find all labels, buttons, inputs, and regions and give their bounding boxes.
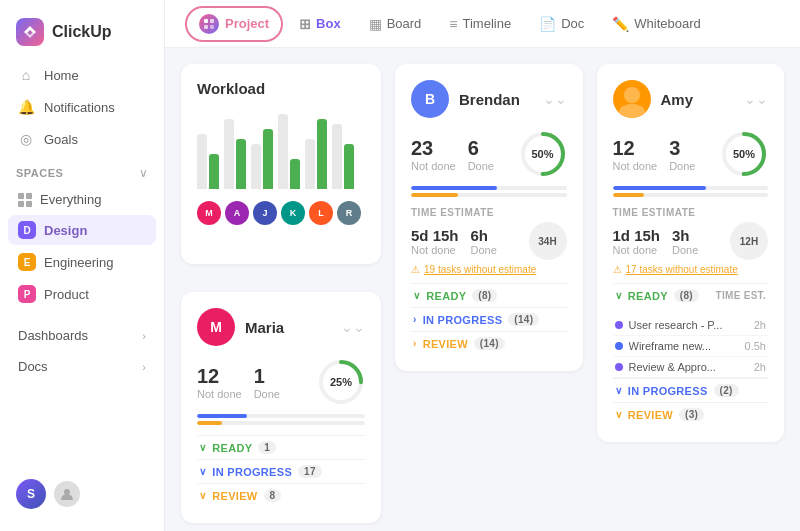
maria-ready-toggle[interactable]: ∨ READY 1: [197, 435, 365, 459]
product-label: Product: [44, 287, 89, 302]
chevron-down-icon-3: ∨: [199, 490, 206, 501]
chevron-down-icon-b1: ∨: [413, 290, 420, 301]
brendan-name: Brendan: [459, 91, 520, 108]
task-dot-2: [615, 342, 623, 350]
amy-time-done-val: 3h: [672, 227, 698, 244]
board-icon: ▦: [369, 16, 382, 32]
maria-avatar: M: [197, 308, 235, 346]
workload-avatar: K: [281, 201, 305, 225]
sidebar-item-goals[interactable]: ◎ Goals: [8, 124, 156, 154]
docs-label: Docs: [18, 359, 48, 374]
svg-rect-2: [210, 19, 214, 23]
maria-ready-label: READY: [212, 442, 252, 454]
brendan-percent: 50%: [531, 148, 553, 160]
brendan-time-not-done-lbl: Not done: [411, 244, 459, 256]
sidebar-item-design[interactable]: D Design: [8, 215, 156, 245]
amy-done-label: Done: [669, 160, 695, 172]
brendan-time-done: 6h Done: [471, 227, 497, 256]
brendan-time-badge: 34H: [538, 236, 556, 247]
user-avatar[interactable]: S: [16, 479, 46, 509]
amy-time-est-header: TIME EST.: [716, 290, 766, 301]
secondary-avatar[interactable]: [54, 481, 80, 507]
content-area: Workload MAJKLR M Maria ⌄⌄ 12 Not done: [165, 48, 800, 531]
sidebar-item-home[interactable]: ⌂ Home: [8, 60, 156, 90]
task-name-2: Wireframe new...: [629, 340, 739, 352]
tab-whiteboard[interactable]: ✏️ Whiteboard: [600, 10, 712, 38]
spaces-label: Spaces: [16, 167, 63, 179]
task-name-1: User research - P...: [629, 319, 748, 331]
brendan-review-toggle[interactable]: › REVIEW (14): [411, 331, 567, 355]
maria-review-count: 8: [264, 489, 282, 502]
sidebar-item-engineering[interactable]: E Engineering: [8, 247, 156, 277]
amy-header: Amy ⌄⌄: [613, 80, 769, 118]
maria-done-count: 1: [254, 365, 280, 388]
amy-review-toggle[interactable]: ∨ REVIEW (3): [613, 402, 769, 426]
design-dot: D: [18, 221, 36, 239]
design-label: Design: [44, 223, 87, 238]
logo-text: ClickUp: [52, 23, 112, 41]
brendan-time-not-done-val: 5d 15h: [411, 227, 459, 244]
amy-not-done-label: Not done: [613, 160, 658, 172]
maria-name: Maria: [245, 319, 284, 336]
maria-inprogress-label: IN PROGRESS: [212, 466, 292, 478]
tab-timeline[interactable]: ≡ Timeline: [437, 10, 523, 38]
sidebar-footer: S: [0, 469, 164, 519]
amy-task-list: User research - P... 2h Wireframe new...…: [613, 315, 769, 378]
box-icon: ⊞: [299, 16, 311, 32]
amy-time-not-done-val: 1d 15h: [613, 227, 661, 244]
tab-board[interactable]: ▦ Board: [357, 10, 434, 38]
brendan-ready-toggle[interactable]: ∨ READY (8): [411, 283, 567, 307]
bar-chart: [197, 109, 365, 189]
svg-rect-1: [204, 19, 208, 23]
brendan-expand-icon[interactable]: ⌄⌄: [543, 91, 567, 107]
product-dot: P: [18, 285, 36, 303]
task-item-1: User research - P... 2h: [613, 315, 769, 336]
brendan-warning: ⚠ 19 tasks without estimate: [411, 264, 567, 275]
amy-expand-icon[interactable]: ⌄⌄: [744, 91, 768, 107]
brendan-inprogress-toggle[interactable]: › IN PROGRESS (14): [411, 307, 567, 331]
spaces-chevron-icon: ∨: [139, 166, 148, 180]
task-time-3: 2h: [754, 361, 766, 373]
chevron-down-icon-a3: ∨: [615, 409, 622, 420]
sidebar-item-docs[interactable]: Docs ›: [8, 352, 156, 381]
amy-card: Amy ⌄⌄ 12 Not done 3 Done: [597, 64, 785, 442]
logo-icon: [16, 18, 44, 46]
maria-expand-icon[interactable]: ⌄⌄: [341, 319, 365, 335]
amy-stats: 12 Not done 3 Done 50%: [613, 130, 769, 178]
brendan-card: B Brendan ⌄⌄ 23 Not done 6 Done: [395, 64, 583, 371]
amy-ready-toggle[interactable]: ∨ READY (8) TIME EST.: [613, 283, 769, 307]
everything-label: Everything: [40, 192, 101, 207]
tab-box[interactable]: ⊞ Box: [287, 10, 353, 38]
workload-avatar: M: [197, 201, 221, 225]
sidebar-item-everything[interactable]: Everything: [8, 186, 156, 213]
amy-ready-count: (8): [674, 289, 699, 302]
brendan-time-not-done: 5d 15h Not done: [411, 227, 459, 256]
brendan-not-done-label: Not done: [411, 160, 456, 172]
workload-title: Workload: [197, 80, 365, 97]
brendan-time-stats: 5d 15h Not done 6h Done 34H: [411, 222, 567, 260]
workload-avatar: R: [337, 201, 361, 225]
sidebar-item-dashboards[interactable]: Dashboards ›: [8, 321, 156, 350]
maria-review-toggle[interactable]: ∨ REVIEW 8: [197, 483, 365, 507]
project-tab[interactable]: Project: [185, 6, 283, 42]
sidebar-item-notifications[interactable]: 🔔 Notifications: [8, 92, 156, 122]
amy-inprogress-toggle[interactable]: ∨ IN PROGRESS (2): [613, 378, 769, 402]
brendan-inprogress-count: (14): [508, 313, 539, 326]
maria-not-done-label: Not done: [197, 388, 242, 400]
maria-stats: 12 Not done 1 Done: [197, 358, 365, 406]
amy-warning-text: 17 tasks without estimate: [626, 264, 738, 275]
spaces-header[interactable]: Spaces ∨: [16, 166, 148, 180]
maria-header: M Maria ⌄⌄: [197, 308, 365, 346]
timeline-icon: ≡: [449, 16, 457, 32]
amy-ready-label: READY: [628, 290, 668, 302]
sidebar-nav: ⌂ Home 🔔 Notifications ◎ Goals: [0, 60, 164, 154]
amy-ready-section: ∨ READY (8) TIME EST. User research - P.…: [613, 283, 769, 378]
top-nav: Project ⊞ Box ▦ Board ≡ Timeline 📄 Doc ✏…: [165, 0, 800, 48]
amy-review-label: REVIEW: [628, 409, 673, 421]
brendan-not-done-count: 23: [411, 137, 456, 160]
bar-gray: [332, 124, 342, 189]
maria-inprogress-toggle[interactable]: ∨ IN PROGRESS 17: [197, 459, 365, 483]
tab-doc[interactable]: 📄 Doc: [527, 10, 596, 38]
amy-time-done-lbl: Done: [672, 244, 698, 256]
sidebar-item-product[interactable]: P Product: [8, 279, 156, 309]
